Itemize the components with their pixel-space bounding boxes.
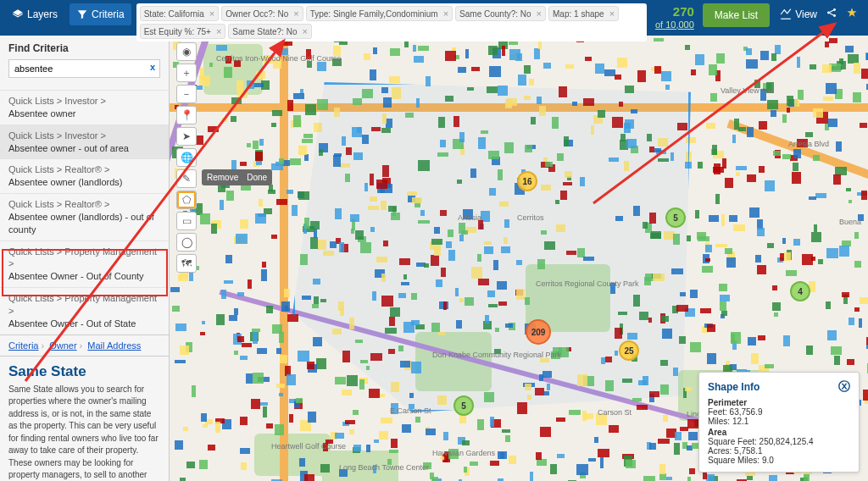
polygon-draw-icon[interactable]: ⬠ [176, 191, 197, 209]
map-label: Long Beach Towne Center [339, 463, 429, 472]
quicklist-item[interactable]: Quick Lists > Investor >Absentee owner [0, 90, 169, 124]
filter-chip[interactable]: Same State?: No× [228, 24, 312, 39]
tab-mail-address[interactable]: Mail Address [87, 340, 141, 351]
chip-label: Same County?: No [459, 9, 531, 19]
map-label: Heartwell Golf Course [271, 442, 346, 451]
clear-search-icon[interactable]: x [150, 62, 155, 72]
filter-chip[interactable]: Same County?: No× [455, 6, 546, 21]
tab-criteria[interactable]: Criteria [8, 340, 38, 351]
star-icon[interactable] [846, 7, 858, 21]
map-label: Artesia Blvd [788, 140, 829, 148]
chip-remove-icon[interactable]: × [216, 26, 221, 36]
perimeter-miles: Miles: 12.1 [708, 417, 850, 426]
same-state-description: Same State allows you to search for prop… [0, 384, 169, 481]
criteria-tabs: Criteria› Owner› Mail Address [0, 334, 169, 357]
quicklist-item[interactable]: Quick Lists > Property Management >Absen… [0, 287, 169, 334]
perimeter-label: Perimeter [708, 398, 850, 407]
tab-owner[interactable]: Owner [49, 340, 76, 351]
make-list-button[interactable]: Make List [703, 3, 770, 27]
chip-remove-icon[interactable]: × [303, 26, 308, 36]
close-icon[interactable]: ⓧ [838, 379, 850, 395]
circle-draw-icon[interactable]: ◯ [176, 233, 197, 252]
map-label: Cerritos Iron-Wood Nine Golf Course [216, 54, 341, 63]
chip-label: Owner Occ?: No [225, 9, 288, 19]
top-bar: Layers Criteria State: California×Owner … [0, 0, 868, 36]
locate-icon[interactable]: ➤ [176, 127, 197, 146]
find-criteria-title: Find Criteria [8, 42, 160, 54]
count-number: 270 [655, 5, 694, 19]
area-sqft: Square Feet: 250,824,125.4 [708, 437, 850, 446]
perimeter-feet: Feet: 63,756.9 [708, 407, 850, 417]
cluster-marker[interactable]: 16 [517, 171, 537, 191]
criteria-sidebar: Find Criteria x Quick Lists > Investor >… [0, 36, 170, 481]
map-label: Hawaiian Gardens [432, 449, 495, 457]
chip-remove-icon[interactable]: × [537, 8, 542, 19]
map-label: Carson St [598, 408, 632, 417]
cluster-marker[interactable]: 25 [619, 340, 639, 361]
chip-remove-icon[interactable]: × [293, 8, 298, 19]
criteria-search: x [8, 59, 160, 78]
quicklist-item[interactable]: Quick Lists > Investor >Absentee owner -… [0, 124, 169, 159]
view-button[interactable]: View [780, 8, 817, 20]
layers-button[interactable]: Layers [5, 3, 64, 25]
globe-icon[interactable]: 🌐 [176, 148, 197, 167]
filter-chip[interactable]: Owner Occ?: No× [221, 6, 303, 21]
quicklist-results: Quick Lists > Investor >Absentee ownerQu… [0, 90, 169, 334]
zoom-in-icon[interactable]: ＋ [176, 64, 197, 82]
filter-chips: State: California×Owner Occ?: No×Type: S… [136, 3, 647, 41]
map-label: E Carson St [390, 406, 431, 415]
quicklist-item[interactable]: Quick Lists > Realtor® >Absentee owner (… [0, 193, 169, 240]
map-label: Cerritos [517, 213, 544, 222]
filter-chip[interactable]: Type: Single Family,Condominium× [306, 6, 453, 21]
filter-chip[interactable]: Map: 1 shape× [548, 6, 619, 21]
result-count: 270 of 10,000 [652, 3, 698, 31]
pin-tool-icon[interactable]: 📍 [176, 106, 197, 124]
pencil-icon[interactable]: ✎ [176, 169, 197, 188]
cluster-marker[interactable]: 5 [665, 207, 686, 228]
chip-remove-icon[interactable]: × [443, 8, 448, 19]
chip-label: Type: Single Family,Condominium [310, 9, 438, 19]
map-label: Don Knabe Community Regional Park [432, 351, 561, 359]
topbar-right: View [775, 3, 863, 25]
map-tools: ◉ ＋ － 📍 ➤ 🌐 ✎ ⬠ ▭ ◯ 🗺 [176, 42, 197, 273]
park-area [254, 434, 331, 476]
layers-label: Layers [27, 8, 58, 20]
criteria-button[interactable]: Criteria [70, 3, 131, 25]
share-icon[interactable] [826, 7, 837, 21]
done-shape-button[interactable]: Done [247, 173, 267, 182]
chip-remove-icon[interactable]: × [609, 8, 615, 19]
map-label: Artesia [458, 213, 481, 222]
map-layers-icon[interactable]: 🗺 [176, 254, 197, 273]
area-acres: Acres: 5,758.1 [708, 446, 850, 456]
criteria-label: Criteria [92, 8, 125, 20]
shape-actions: Remove Done [202, 169, 272, 185]
rectangle-draw-icon[interactable]: ▭ [176, 212, 197, 230]
count-of[interactable]: of 10,000 [655, 19, 694, 30]
chip-label: Same State?: No [232, 27, 297, 36]
person-tool-icon[interactable]: ◉ [176, 42, 197, 61]
chip-label: Est Equity %: 75+ [144, 27, 211, 36]
filter-chip[interactable]: Est Equity %: 75+× [140, 24, 226, 39]
criteria-search-input[interactable] [8, 59, 160, 78]
map-label: Valley View Ave [721, 86, 774, 95]
map-label: Buena [839, 218, 861, 226]
chip-label: Map: 1 shape [553, 9, 604, 19]
quicklist-item[interactable]: Quick Lists > Realtor® >Absentee owner (… [0, 158, 169, 193]
shape-info-panel: Shape Infoⓧ Perimeter Feet: 63,756.9 Mil… [698, 372, 860, 473]
cluster-marker[interactable]: 209 [526, 319, 551, 345]
map-canvas[interactable]: ◉ ＋ － 📍 ➤ 🌐 ✎ ⬠ ▭ ◯ 🗺 Remove Done Shape … [170, 36, 868, 481]
area-label: Area [708, 428, 850, 437]
same-state-heading: Same State [0, 357, 169, 384]
cluster-marker[interactable]: 5 [453, 395, 474, 416]
shape-info-title: Shape Info [708, 381, 760, 393]
chip-remove-icon[interactable]: × [209, 8, 214, 19]
remove-shape-button[interactable]: Remove [207, 173, 238, 182]
map-label: Cerritos Regional County Park [536, 279, 639, 288]
quicklist-item[interactable]: Quick Lists > Property Management >Absen… [0, 240, 169, 288]
chip-label: State: California [144, 9, 204, 19]
filter-chip[interactable]: State: California× [140, 6, 220, 21]
zoom-out-icon[interactable]: － [176, 85, 197, 103]
drawn-shape[interactable] [292, 82, 691, 412]
cluster-marker[interactable]: 4 [790, 281, 810, 301]
area-sqmi: Square Miles: 9.0 [708, 456, 850, 465]
